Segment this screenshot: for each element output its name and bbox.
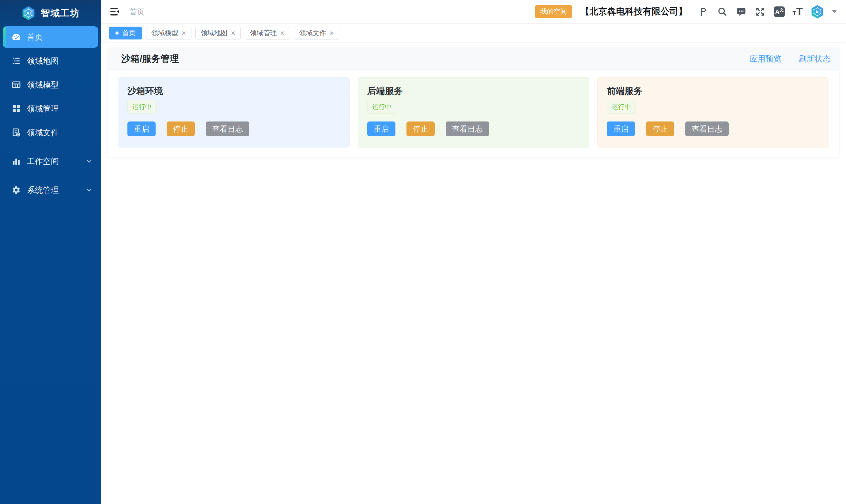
sidebar-item-domain-model[interactable]: 领域模型 — [3, 74, 98, 95]
search-icon[interactable] — [716, 6, 728, 17]
active-item-accent-bar — [3, 26, 6, 48]
svg-text:AI: AI — [815, 9, 819, 14]
status-badge: 运行中 — [607, 100, 636, 113]
tab-label: 领域地图 — [201, 29, 228, 38]
tab-label: 领域管理 — [250, 29, 277, 38]
guide-icon[interactable] — [697, 6, 709, 17]
stop-button[interactable]: 停止 — [167, 122, 195, 136]
tab-domain-model[interactable]: 领域模型 ✕ — [146, 26, 191, 39]
sidebar-item-system-manage[interactable]: 系统管理 — [3, 179, 98, 201]
font-size-icon[interactable]: T T — [792, 7, 803, 16]
tab-domain-map[interactable]: 领域地图 ✕ — [195, 26, 241, 39]
panel-title: 沙箱/服务管理 — [121, 53, 179, 65]
sidebar-menu: 首页 领域地图 领域模型 — [0, 26, 101, 201]
svg-text:AI: AI — [26, 11, 31, 16]
restart-button[interactable]: 重启 — [367, 122, 395, 136]
app-logo: AI 智域工坊 — [0, 0, 101, 26]
translate-icon[interactable]: A 文 — [773, 6, 785, 17]
panel-body: 沙箱环境 运行中 重启 停止 查看日志 后端服务 运行中 — [108, 70, 839, 157]
tab-domain-manage[interactable]: 领域管理 ✕ — [245, 26, 290, 39]
view-logs-button[interactable]: 查看日志 — [206, 122, 249, 136]
content-area: 沙箱/服务管理 应用预览 刷新状态 沙箱环境 运行中 重启 停 — [101, 43, 846, 162]
sidebar-item-label: 领域模型 — [27, 79, 59, 90]
workspace-badge[interactable]: 我的空间 — [535, 5, 572, 18]
sidebar-item-label: 首页 — [27, 32, 43, 42]
sidebar-item-domain-manage[interactable]: 领域管理 — [3, 98, 98, 119]
view-logs-button[interactable]: 查看日志 — [446, 122, 489, 136]
main-area: 首页 我的空间 【北京犇电科技有限公司】 — [101, 0, 846, 504]
stop-button[interactable]: 停止 — [407, 122, 435, 136]
badge-row: 运行中 — [367, 100, 580, 113]
service-card-sandbox: 沙箱环境 运行中 重启 停止 查看日志 — [118, 77, 350, 147]
sidebar: AI 智域工坊 首页 — [0, 0, 101, 504]
service-card-frontend: 前端服务 运行中 重启 停止 查看日志 — [597, 77, 829, 147]
sidebar-item-workspace[interactable]: 工作空间 — [3, 150, 98, 172]
app-title: 智域工坊 — [41, 7, 80, 20]
sandbox-service-panel: 沙箱/服务管理 应用预览 刷新状态 沙箱环境 运行中 重启 停 — [108, 48, 839, 157]
grid-icon — [11, 103, 22, 114]
close-icon[interactable]: ✕ — [181, 30, 186, 36]
company-name: 【北京犇电科技有限公司】 — [581, 5, 687, 18]
restart-button[interactable]: 重启 — [127, 122, 156, 136]
font-size-glyph-large: T — [796, 7, 803, 16]
sidebar-item-label: 领域文件 — [27, 127, 59, 138]
app-preview-link[interactable]: 应用预览 — [749, 54, 781, 64]
close-icon[interactable]: ✕ — [231, 30, 236, 36]
fold-sidebar-icon[interactable] — [109, 6, 121, 17]
top-bar: 首页 我的空间 【北京犇电科技有限公司】 — [101, 0, 846, 23]
tree-list-icon — [11, 55, 22, 67]
panel-header: 沙箱/服务管理 应用预览 刷新状态 — [108, 48, 839, 70]
gear-icon — [11, 184, 22, 196]
tab-domain-files[interactable]: 领域文件 ✕ — [294, 26, 339, 39]
sidebar-item-label: 领域地图 — [27, 56, 59, 67]
tab-home[interactable]: 首页 — [109, 26, 142, 39]
caret-down-icon[interactable] — [832, 10, 837, 13]
dashboard-icon — [11, 32, 22, 42]
button-row: 重启 停止 查看日志 — [127, 122, 340, 136]
sidebar-item-domain-files[interactable]: 领域文件 — [3, 122, 98, 143]
status-badge: 运行中 — [367, 100, 396, 113]
avatar[interactable]: AI — [810, 5, 825, 19]
status-badge: 运行中 — [127, 100, 156, 113]
refresh-status-link[interactable]: 刷新状态 — [798, 54, 830, 64]
chevron-down-icon — [86, 187, 92, 193]
table-icon — [11, 79, 22, 90]
app-logo-icon: AI — [21, 6, 36, 20]
tab-label: 首页 — [122, 29, 136, 38]
translate-icon-box: A 文 — [774, 6, 785, 17]
sidebar-item-label: 系统管理 — [27, 185, 59, 196]
close-icon[interactable]: ✕ — [329, 30, 334, 36]
panel-actions: 应用预览 刷新状态 — [749, 54, 830, 64]
tab-bar: 首页 领域模型 ✕ 领域地图 ✕ 领域管理 ✕ 领域文件 ✕ — [101, 23, 846, 43]
badge-row: 运行中 — [607, 100, 820, 113]
restart-button[interactable]: 重启 — [607, 122, 635, 136]
bar-chart-icon — [11, 156, 22, 167]
close-icon[interactable]: ✕ — [280, 30, 285, 36]
sidebar-item-domain-map[interactable]: 领域地图 — [3, 50, 98, 72]
document-check-icon — [11, 127, 22, 138]
translate-glyph-main: A — [775, 8, 779, 15]
font-size-glyph-small: T — [792, 10, 796, 16]
fullscreen-icon[interactable] — [755, 6, 766, 17]
view-logs-button[interactable]: 查看日志 — [685, 122, 729, 136]
sidebar-item-label: 工作空间 — [27, 156, 59, 167]
translate-glyph-sub: 文 — [779, 8, 783, 12]
app-window: AI 智域工坊 首页 — [0, 0, 846, 504]
service-name: 前端服务 — [607, 85, 820, 97]
stop-button[interactable]: 停止 — [646, 122, 674, 136]
service-card-backend: 后端服务 运行中 重启 停止 查看日志 — [358, 77, 590, 147]
badge-row: 运行中 — [127, 100, 340, 113]
breadcrumb: 首页 — [129, 7, 144, 17]
active-tab-dot — [116, 32, 119, 35]
chevron-down-icon — [86, 158, 92, 165]
sidebar-item-home[interactable]: 首页 — [3, 26, 98, 48]
service-name: 沙箱环境 — [127, 85, 340, 97]
sidebar-item-label: 领域管理 — [27, 104, 59, 114]
service-name: 后端服务 — [367, 85, 580, 97]
button-row: 重启 停止 查看日志 — [367, 122, 580, 136]
top-right-cluster: 我的空间 【北京犇电科技有限公司】 — [535, 5, 837, 19]
message-icon[interactable] — [736, 6, 747, 17]
button-row: 重启 停止 查看日志 — [607, 122, 820, 136]
tab-label: 领域文件 — [299, 29, 326, 38]
tab-label: 领域模型 — [151, 29, 178, 38]
